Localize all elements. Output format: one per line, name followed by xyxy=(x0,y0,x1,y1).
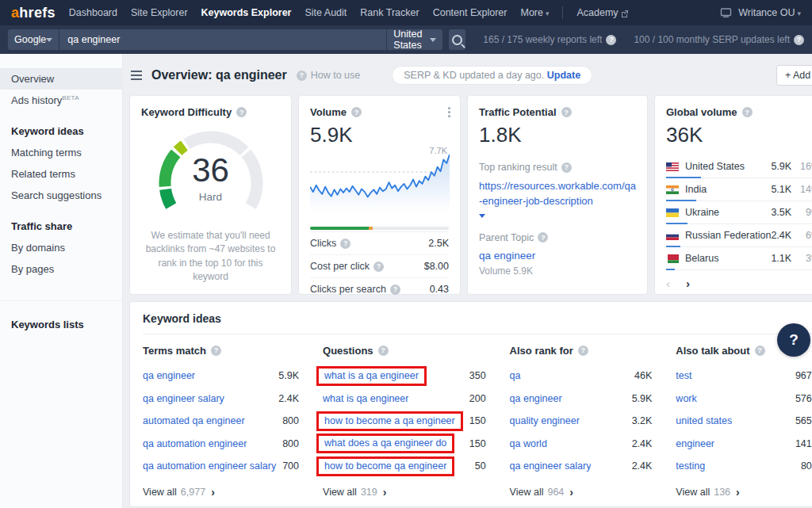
view-all-also-rank-for[interactable]: View all964› xyxy=(510,486,653,498)
top-ranking-url[interactable]: https://resources.workable.com/qa-engine… xyxy=(479,179,636,209)
info-icon[interactable] xyxy=(211,346,221,356)
keyword-difficulty-card: Keyword Difficulty 36 Hard xyxy=(129,95,292,295)
info-icon[interactable] xyxy=(340,239,350,249)
pager-prev-icon[interactable]: ‹ xyxy=(666,277,670,290)
info-icon[interactable] xyxy=(794,35,804,45)
kd-card-title: Keyword Difficulty xyxy=(141,106,232,118)
nav-site-explorer[interactable]: Site Explorer xyxy=(131,7,188,18)
keyword-link[interactable]: work xyxy=(676,393,696,404)
info-icon[interactable] xyxy=(561,162,572,173)
keyword-link[interactable]: qa xyxy=(510,370,521,381)
info-icon[interactable] xyxy=(606,35,616,45)
view-all-also-talk-about[interactable]: View all136› xyxy=(676,486,812,498)
weekly-reports-counter: 165 / 175 weekly reports left xyxy=(483,34,616,45)
keyword-link[interactable]: test xyxy=(676,370,691,381)
keyword-ideas-title: Keyword ideas xyxy=(143,312,812,334)
parent-topic-link[interactable]: qa engineer xyxy=(479,250,636,262)
nav-site-audit[interactable]: Site Audit xyxy=(304,7,347,18)
country-row-russia: Russian Federation 2.4K 6% xyxy=(666,224,812,247)
how-to-use-link[interactable]: How to use xyxy=(297,70,361,81)
sidebar-item-search-suggestions[interactable]: Search suggestions xyxy=(0,185,122,206)
keyword-link[interactable]: qa engineer salary xyxy=(510,460,592,472)
keyword-link[interactable]: qa engineer salary xyxy=(143,393,224,404)
ahrefs-logo[interactable]: ahrefs xyxy=(11,5,56,21)
traffic-potential-card: Traffic Potential 1.8K Top ranking resul… xyxy=(467,95,648,295)
sidebar-item-related-terms[interactable]: Related terms xyxy=(0,163,122,185)
keyword-link[interactable]: qa automation engineer salary xyxy=(143,460,276,472)
country-row-us: United States 5.9K 16% xyxy=(666,155,812,178)
nav-more[interactable]: More▾ xyxy=(520,7,549,18)
collapse-sidebar-icon[interactable] xyxy=(131,71,142,80)
global-volume-title: Global volume xyxy=(666,106,737,118)
help-button[interactable]: ? xyxy=(777,323,810,357)
nav-academy[interactable]: Academy xyxy=(576,7,629,18)
volume-value: 5.9K xyxy=(310,123,449,147)
search-engine-select[interactable]: Google xyxy=(8,29,59,50)
update-link[interactable]: Update xyxy=(547,70,580,81)
nav-content-explorer[interactable]: Content Explorer xyxy=(433,7,508,18)
keyword-link[interactable]: what is qa engineer xyxy=(323,393,408,404)
info-icon[interactable] xyxy=(538,232,548,243)
info-icon[interactable] xyxy=(578,346,588,356)
keyword-link[interactable]: qa world xyxy=(510,438,547,449)
keyword-link[interactable]: what is a qa engineer xyxy=(324,370,419,381)
table-row: qa engineer salary2.4K xyxy=(143,388,299,411)
keyword-link[interactable]: engineer xyxy=(676,438,714,449)
keyword-link[interactable]: quality engineer xyxy=(510,415,580,426)
keyword-search-input[interactable] xyxy=(59,29,386,50)
info-icon[interactable] xyxy=(390,285,400,295)
annotation-red-box: how to become a qa engineer xyxy=(316,411,463,431)
country-select[interactable]: United States xyxy=(387,29,442,50)
keyword-link[interactable]: qa engineer xyxy=(143,370,195,381)
info-icon[interactable] xyxy=(561,107,572,117)
view-all-questions[interactable]: View all319› xyxy=(323,486,486,498)
info-icon[interactable] xyxy=(378,346,389,356)
view-all-terms-match[interactable]: View all6,977› xyxy=(143,486,299,498)
help-icon xyxy=(297,71,307,81)
keyword-link[interactable]: how to become a qa engineer xyxy=(324,415,455,426)
search-button[interactable] xyxy=(449,29,466,50)
table-row: how to become qa engineer50 xyxy=(323,455,486,478)
pager-next-icon[interactable]: › xyxy=(686,277,690,290)
keyword-link[interactable]: united states xyxy=(676,415,732,426)
beta-badge: BETA xyxy=(62,94,79,101)
global-volume-card: Global volume 36K United States 5.9K 16%… xyxy=(654,95,812,295)
keyword-link[interactable]: automated qa engineer xyxy=(143,415,245,426)
sidebar-item-overview[interactable]: Overview xyxy=(0,68,122,90)
annotation-red-box: how to become qa engineer xyxy=(316,456,454,476)
add-to-button[interactable]: + Add to xyxy=(776,65,812,86)
info-icon[interactable] xyxy=(236,107,247,117)
table-row: qa automation engineer800 xyxy=(143,433,299,456)
info-icon[interactable] xyxy=(755,346,765,356)
sidebar-item-keywords-lists[interactable]: Keywords lists xyxy=(0,314,122,335)
info-icon[interactable] xyxy=(373,262,384,272)
volume-sparkline xyxy=(310,149,450,217)
sidebar-item-by-domains[interactable]: By domains xyxy=(0,237,122,258)
sidebar-item-ads-history[interactable]: Ads historyBETA xyxy=(0,90,122,111)
workspace-menu[interactable]: Writance OU▾ xyxy=(738,7,801,18)
keyword-link[interactable]: how to become qa engineer xyxy=(324,460,446,472)
keyword-link[interactable]: what does a qa engineer do xyxy=(324,437,446,449)
flag-belarus-icon xyxy=(666,254,679,263)
table-row: automated qa engineer800 xyxy=(143,410,299,433)
keyword-link[interactable]: qa automation engineer xyxy=(143,438,247,449)
nav-dashboard[interactable]: Dashboard xyxy=(69,7,117,18)
info-icon[interactable] xyxy=(742,107,753,117)
kd-value: 36 xyxy=(141,151,280,189)
nav-keywords-explorer[interactable]: Keywords Explorer xyxy=(201,7,292,18)
table-row: quality engineer3.2K xyxy=(510,410,653,433)
table-row: work576K xyxy=(676,388,812,411)
keyword-link[interactable]: qa engineer xyxy=(510,393,562,404)
nav-rank-tracker[interactable]: Rank Tracker xyxy=(360,7,419,18)
keyword-link[interactable]: testing xyxy=(676,460,705,472)
sidebar-group-keyword-ideas: Keyword ideas xyxy=(0,120,122,142)
sidebar-item-by-pages[interactable]: By pages xyxy=(0,258,122,280)
chevron-down-icon: ▾ xyxy=(797,10,801,17)
chevron-down-icon xyxy=(430,38,436,42)
chevron-down-icon: ▾ xyxy=(546,10,550,17)
expand-url-icon[interactable] xyxy=(479,214,485,218)
info-icon[interactable] xyxy=(351,107,362,117)
volume-peak-label: 7.7K xyxy=(429,146,447,155)
sidebar-item-matching-terms[interactable]: Matching terms xyxy=(0,142,122,163)
kebab-menu-icon[interactable] xyxy=(446,105,452,119)
